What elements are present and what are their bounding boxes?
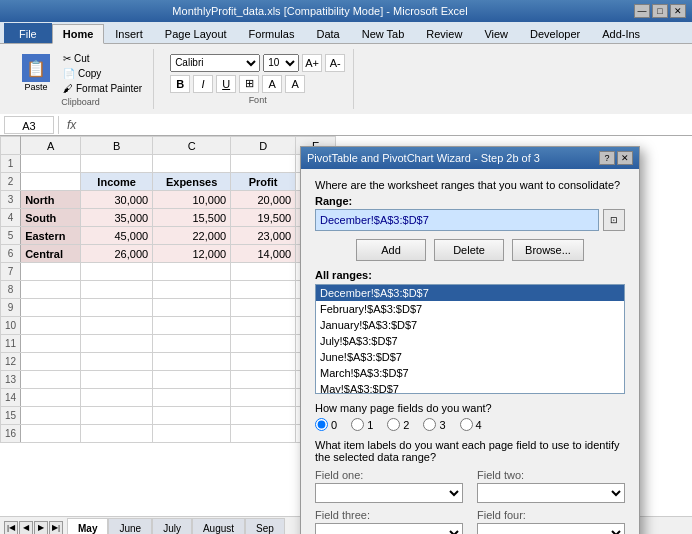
page-fields-question: How many page fields do you want? [315, 402, 625, 414]
sheet-tab-august[interactable]: August [192, 518, 245, 535]
range-list-item[interactable]: December!$A$3:$D$7 [316, 285, 624, 301]
sheet-tab-sep[interactable]: Sep [245, 518, 285, 535]
tab-page-layout[interactable]: Page Layout [154, 23, 238, 43]
dialog-titlebar: PivotTable and PivotChart Wizard - Step … [301, 147, 639, 169]
close-btn[interactable]: ✕ [670, 4, 686, 18]
range-input[interactable] [315, 209, 599, 231]
cell-b5[interactable]: 45,000 [81, 227, 153, 245]
field-three-select[interactable] [315, 523, 463, 534]
range-list-item[interactable]: June!$A$3:$D$7 [316, 349, 624, 365]
range-list-item[interactable]: July!$A$3:$D$7 [316, 333, 624, 349]
cell-b2[interactable]: Income [81, 173, 153, 191]
field-four-group: Field four: [477, 509, 625, 534]
cell-c5[interactable]: 22,000 [153, 227, 231, 245]
range-list-item[interactable]: May!$A$3:$D$7 [316, 381, 624, 394]
paste-button[interactable]: 📋 Paste [16, 53, 56, 93]
sheet-last-arrow[interactable]: ▶| [49, 521, 63, 535]
minimize-btn[interactable]: — [634, 4, 650, 18]
field-four-label: Field four: [477, 509, 625, 521]
tab-home[interactable]: Home [52, 24, 105, 44]
radio-3[interactable]: 3 [423, 418, 445, 431]
decrease-font-btn[interactable]: A- [325, 54, 345, 72]
sheet-prev-arrow[interactable]: ◀ [19, 521, 33, 535]
cell-a1[interactable] [21, 155, 81, 173]
tab-add-ins[interactable]: Add-Ins [591, 23, 651, 43]
tab-file[interactable]: File [4, 23, 52, 43]
tab-insert[interactable]: Insert [104, 23, 154, 43]
cell-a6[interactable]: Central [21, 245, 81, 263]
cell-a4[interactable]: South [21, 209, 81, 227]
row-num: 9 [1, 299, 21, 317]
add-button[interactable]: Add [356, 239, 426, 261]
range-list-item[interactable]: February!$A$3:$D$7 [316, 301, 624, 317]
delete-button[interactable]: Delete [434, 239, 504, 261]
cell-b4[interactable]: 35,000 [81, 209, 153, 227]
range-list-item[interactable]: January!$A$3:$D$7 [316, 317, 624, 333]
field-two-select[interactable] [477, 483, 625, 503]
dialog-close-icon[interactable]: ✕ [617, 151, 633, 165]
sheet-first-arrow[interactable]: |◀ [4, 521, 18, 535]
cell-c6[interactable]: 12,000 [153, 245, 231, 263]
cell-a5[interactable]: Eastern [21, 227, 81, 245]
cell-d2[interactable]: Profit [231, 173, 296, 191]
dialog-help-btn[interactable]: ? [599, 151, 615, 165]
cell-d4[interactable]: 19,500 [231, 209, 296, 227]
cell-d1[interactable] [231, 155, 296, 173]
col-header-a[interactable]: A [21, 137, 81, 155]
sheet-tab-june[interactable]: June [108, 518, 152, 535]
italic-btn[interactable]: I [193, 75, 213, 93]
cell-a2[interactable] [21, 173, 81, 191]
range-list-item[interactable]: March!$A$3:$D$7 [316, 365, 624, 381]
bold-btn[interactable]: B [170, 75, 190, 93]
tab-data[interactable]: Data [305, 23, 350, 43]
radio-1[interactable]: 1 [351, 418, 373, 431]
range-picker-btn[interactable]: ⊡ [603, 209, 625, 231]
tab-developer[interactable]: Developer [519, 23, 591, 43]
tab-review[interactable]: Review [415, 23, 473, 43]
cell-c3[interactable]: 10,000 [153, 191, 231, 209]
increase-font-btn[interactable]: A+ [302, 54, 322, 72]
tab-formulas[interactable]: Formulas [238, 23, 306, 43]
font-size-select[interactable]: 10 [263, 54, 299, 72]
radio-0[interactable]: 0 [315, 418, 337, 431]
sheet-tab-may[interactable]: May [67, 518, 108, 535]
col-header-d[interactable]: D [231, 137, 296, 155]
cell-c4[interactable]: 15,500 [153, 209, 231, 227]
fill-color-btn[interactable]: A [262, 75, 282, 93]
col-header-c[interactable]: C [153, 137, 231, 155]
cell-b6[interactable]: 26,000 [81, 245, 153, 263]
format-painter-button[interactable]: 🖌 Format Painter [60, 82, 145, 95]
cut-button[interactable]: ✂ Cut [60, 52, 145, 65]
cell-a3[interactable]: North [21, 191, 81, 209]
cell-reference[interactable]: A3 [4, 116, 54, 134]
tab-new-tab[interactable]: New Tab [351, 23, 416, 43]
cell-d3[interactable]: 20,000 [231, 191, 296, 209]
tab-view[interactable]: View [473, 23, 519, 43]
radio-2[interactable]: 2 [387, 418, 409, 431]
formula-input[interactable] [84, 116, 688, 134]
sheet-tab-july[interactable]: July [152, 518, 192, 535]
range-row: ⊡ [315, 209, 625, 231]
cell-c2[interactable]: Expenses [153, 173, 231, 191]
cell-b1[interactable] [81, 155, 153, 173]
cell-b3[interactable]: 30,000 [81, 191, 153, 209]
cut-copy-btns: ✂ Cut 📄 Copy 🖌 Format Painter [60, 52, 145, 95]
col-header-b[interactable]: B [81, 137, 153, 155]
cell-c1[interactable] [153, 155, 231, 173]
underline-btn[interactable]: U [216, 75, 236, 93]
font-color-btn[interactable]: A [285, 75, 305, 93]
cell-d6[interactable]: 14,000 [231, 245, 296, 263]
field-four-select[interactable] [477, 523, 625, 534]
corner-cell [1, 137, 21, 155]
table-row: 2 Income Expenses Profit [1, 173, 336, 191]
radio-4[interactable]: 4 [460, 418, 482, 431]
browse-button[interactable]: Browse... [512, 239, 584, 261]
field-one-select[interactable] [315, 483, 463, 503]
cell-d5[interactable]: 23,000 [231, 227, 296, 245]
copy-button[interactable]: 📄 Copy [60, 67, 145, 80]
maximize-btn[interactable]: □ [652, 4, 668, 18]
sheet-next-arrow[interactable]: ▶ [34, 521, 48, 535]
font-family-select[interactable]: Calibri [170, 54, 260, 72]
ranges-list[interactable]: December!$A$3:$D$7 February!$A$3:$D$7 Ja… [315, 284, 625, 394]
border-btn[interactable]: ⊞ [239, 75, 259, 93]
